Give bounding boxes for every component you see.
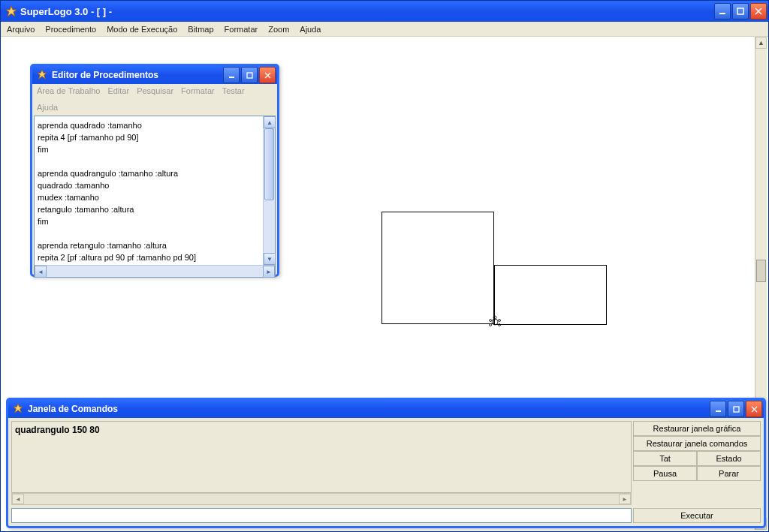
editor-menu-testar[interactable]: Testar <box>222 86 245 95</box>
editor-menu-formatar[interactable]: Formatar <box>181 86 215 95</box>
svg-marker-0 <box>6 6 17 17</box>
scroll-thumb[interactable] <box>264 128 274 200</box>
svg-rect-12 <box>229 77 234 78</box>
button-panel: Restaurar janela gráfica Restaurar janel… <box>633 421 761 481</box>
minimize-button[interactable] <box>714 3 731 20</box>
editor-menu-editar[interactable]: Editar <box>107 86 129 95</box>
scroll-left-icon[interactable]: ◄ <box>35 266 47 278</box>
scroll-up-icon[interactable]: ▲ <box>755 37 767 49</box>
svg-point-5 <box>492 319 498 325</box>
scroll-right-icon[interactable]: ► <box>619 494 631 504</box>
menu-item-arquivo[interactable]: Arquivo <box>7 25 35 34</box>
svg-rect-13 <box>247 73 252 78</box>
maximize-button[interactable] <box>732 3 749 20</box>
turtle-cursor <box>486 314 504 329</box>
menu-item-modo[interactable]: Modo de Execução <box>107 25 177 34</box>
svg-rect-1 <box>719 13 725 14</box>
editor-body: aprenda quadrado :tamanho repita 4 [pf :… <box>34 116 276 278</box>
menu-item-zoom[interactable]: Zoom <box>268 25 289 34</box>
command-input[interactable] <box>11 508 632 523</box>
svg-point-7 <box>490 320 492 322</box>
close-button[interactable] <box>750 3 767 20</box>
app-icon <box>13 403 25 415</box>
commands-body: quadrangulo 150 80 ◄ ► Restaurar janela … <box>8 418 764 526</box>
editor-vscrollbar[interactable]: ▲ ▼ <box>263 116 275 265</box>
svg-rect-2 <box>737 8 743 14</box>
svg-point-9 <box>490 324 492 326</box>
editor-titlebar[interactable]: Editor de Procedimentos <box>32 66 277 84</box>
editor-menu-pesquisar[interactable]: Pesquisar <box>137 86 173 95</box>
editor-code-area[interactable]: aprenda quadrado :tamanho repita 4 [pf :… <box>36 118 261 263</box>
editor-close-button[interactable] <box>259 67 276 83</box>
editor-maximize-button[interactable] <box>241 67 258 83</box>
restore-graphics-button[interactable]: Restaurar janela gráfica <box>633 421 761 436</box>
main-menubar: Arquivo Procedimento Modo de Execução Bi… <box>1 22 768 37</box>
app-icon <box>37 69 49 81</box>
svg-marker-16 <box>14 404 23 413</box>
editor-window: Editor de Procedimentos Área de Trabalho… <box>30 64 279 277</box>
commands-window: Janela de Comandos quadrangulo 150 80 ◄ … <box>6 398 766 528</box>
command-history[interactable]: quadrangulo 150 80 <box>11 421 632 493</box>
commands-close-button[interactable] <box>746 401 762 417</box>
history-hscrollbar[interactable]: ◄ ► <box>11 493 632 505</box>
scroll-thumb[interactable] <box>756 260 766 282</box>
menu-item-ajuda[interactable]: Ajuda <box>300 25 321 34</box>
estado-button[interactable]: Estado <box>697 451 761 466</box>
main-title: SuperLogo 3.0 - [ ] - <box>20 6 714 17</box>
parar-button[interactable]: Parar <box>697 466 761 481</box>
menu-item-procedimento[interactable]: Procedimento <box>45 25 96 34</box>
drawn-rectangle <box>494 265 607 325</box>
scroll-right-icon[interactable]: ► <box>263 266 275 278</box>
tat-button[interactable]: Tat <box>633 451 697 466</box>
main-titlebar[interactable]: SuperLogo 3.0 - [ ] - <box>1 1 768 22</box>
commands-minimize-button[interactable] <box>710 401 726 417</box>
scroll-down-icon[interactable]: ▼ <box>264 253 276 265</box>
pausa-button[interactable]: Pausa <box>633 466 697 481</box>
scroll-up-icon[interactable]: ▲ <box>264 116 276 128</box>
svg-rect-17 <box>716 410 721 412</box>
svg-point-10 <box>499 324 501 326</box>
editor-minimize-button[interactable] <box>223 67 240 83</box>
editor-menu-ajuda[interactable]: Ajuda <box>37 103 58 112</box>
svg-point-6 <box>493 316 496 319</box>
svg-point-8 <box>499 320 501 322</box>
menu-item-bitmap[interactable]: Bitmap <box>188 25 213 34</box>
svg-rect-18 <box>734 407 739 412</box>
commands-title: Janela de Comandos <box>28 404 710 414</box>
menu-item-formatar[interactable]: Formatar <box>225 25 258 34</box>
editor-menu-area[interactable]: Área de Trabalho <box>37 86 100 95</box>
editor-title: Editor de Procedimentos <box>52 70 223 80</box>
executar-button[interactable]: Executar <box>633 508 761 523</box>
restore-commands-button[interactable]: Restaurar janela comandos <box>633 436 761 451</box>
app-icon <box>5 5 17 17</box>
svg-marker-11 <box>38 70 47 79</box>
scroll-left-icon[interactable]: ◄ <box>12 494 24 504</box>
editor-hscrollbar[interactable]: ◄ ► <box>35 265 275 277</box>
drawn-square <box>381 212 494 324</box>
commands-titlebar[interactable]: Janela de Comandos <box>8 400 764 418</box>
editor-menubar: Área de Trabalho Editar Pesquisar Format… <box>32 84 277 114</box>
commands-maximize-button[interactable] <box>728 401 744 417</box>
